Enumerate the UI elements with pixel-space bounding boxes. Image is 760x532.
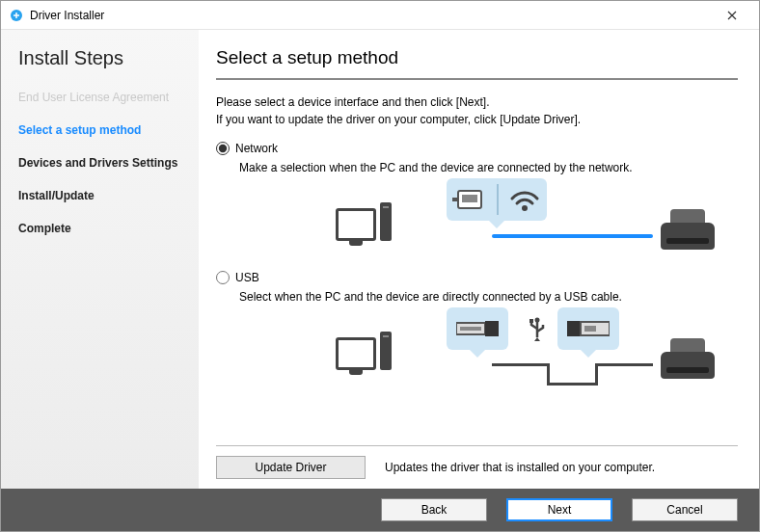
step-complete: Complete [18, 222, 187, 235]
usb-a-bubble [447, 307, 508, 350]
titlebar: Driver Installer [1, 1, 759, 30]
pc-icon [336, 202, 392, 241]
intro-line-1: Please select a device interface and the… [216, 93, 738, 111]
network-cable-icon [492, 234, 653, 238]
option-usb-label: USB [235, 271, 259, 284]
page-heading: Select a setup method [216, 47, 738, 80]
svg-rect-9 [529, 319, 533, 323]
usb-a-plug-icon [456, 319, 499, 338]
usb-b-bubble [557, 307, 619, 350]
update-driver-button[interactable]: Update Driver [216, 456, 366, 479]
option-usb-head[interactable]: USB [216, 271, 738, 284]
wifi-icon [508, 185, 541, 214]
step-eula: End User License Agreement [18, 91, 187, 104]
sidebar-heading: Install Steps [18, 47, 187, 69]
option-network-label: Network [235, 142, 278, 155]
option-usb-desc: Select when the PC and the device are di… [239, 290, 738, 304]
printer-icon [661, 207, 715, 250]
update-driver-desc: Updates the driver that is installed on … [385, 461, 655, 474]
step-devices-drivers: Devices and Drivers Settings [18, 156, 187, 170]
svg-rect-7 [485, 321, 499, 336]
radio-usb[interactable] [216, 271, 230, 284]
next-button[interactable]: Next [506, 498, 612, 521]
close-icon [727, 11, 737, 20]
close-button[interactable] [713, 2, 751, 29]
svg-rect-12 [584, 326, 596, 332]
option-network: Network Make a selection when the PC and… [216, 142, 738, 265]
intro-line-2: If you want to update the driver on your… [216, 111, 738, 128]
footer: Back Next Cancel [1, 489, 759, 531]
svg-rect-10 [567, 321, 581, 336]
usb-symbol-icon [527, 317, 548, 342]
pc-icon-2 [336, 332, 392, 370]
sidebar: Install Steps End User License Agreement… [1, 30, 199, 489]
usb-cable-icon [492, 363, 653, 386]
svg-point-8 [535, 318, 540, 323]
option-network-head[interactable]: Network [216, 142, 738, 155]
network-bubble [447, 178, 547, 221]
option-usb: USB Select when the PC and the device ar… [216, 271, 738, 394]
update-row: Update Driver Updates the driver that is… [216, 445, 738, 479]
radio-network[interactable] [216, 142, 230, 155]
printer-icon-2 [661, 336, 715, 379]
step-install-update: Install/Update [18, 189, 187, 202]
svg-rect-2 [462, 195, 477, 202]
ethernet-plug-icon [452, 185, 487, 214]
svg-rect-6 [460, 327, 481, 331]
step-setup-method: Select a setup method [18, 123, 187, 137]
app-icon [9, 8, 24, 23]
svg-rect-3 [452, 198, 458, 201]
diagram-network [239, 178, 738, 265]
intro-text: Please select a device interface and the… [216, 93, 738, 128]
window-title: Driver Installer [30, 9, 713, 22]
cancel-button[interactable]: Cancel [632, 498, 738, 521]
usb-b-plug-icon [567, 319, 610, 338]
svg-point-4 [522, 205, 528, 211]
content: Select a setup method Please select a de… [199, 30, 759, 489]
back-button[interactable]: Back [381, 498, 487, 521]
diagram-usb [239, 307, 738, 394]
option-network-desc: Make a selection when the PC and the dev… [239, 161, 738, 174]
